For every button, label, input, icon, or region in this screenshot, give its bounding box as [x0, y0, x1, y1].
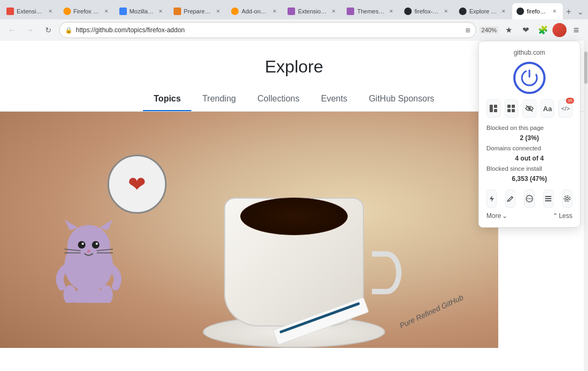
back-button[interactable]: ← — [4, 23, 19, 38]
grid-icon — [507, 104, 515, 113]
url-display: https://github.com/topics/firefox-addon — [76, 26, 462, 34]
tab-close-8[interactable]: ✕ — [442, 8, 450, 15]
popup-stats: Blocked on this page 2 (3%) Domains conn… — [486, 123, 572, 184]
less-button[interactable]: ⌃ Less — [553, 212, 572, 220]
nav-github-sponsors[interactable]: GitHub Sponsors — [358, 88, 445, 111]
code-tool-button[interactable]: </> 35 — [558, 99, 572, 118]
svg-point-4 — [78, 241, 85, 249]
tab-label-10: firefox-addo... — [527, 8, 548, 14]
bottom-strip — [0, 348, 498, 359]
tab-label-6: Extensions – Ad... — [298, 8, 327, 14]
cat-mascot-svg — [54, 217, 124, 303]
tab-mozilla-support[interactable]: Mozilla Support ✕ — [115, 3, 169, 19]
blocked-on-page-value-row: 2 (3%) — [486, 133, 572, 143]
tab-favicon-5 — [231, 8, 239, 15]
address-bar[interactable]: 🔒 https://github.com/topics/firefox-addo… — [59, 22, 476, 38]
tab-label-8: firefox-addon-... — [414, 8, 440, 14]
tab-overflow-button[interactable]: ⌄ — [575, 4, 586, 19]
browser-window: Extension Basi... ✕ Firefox add-on... ✕ … — [0, 0, 588, 371]
svg-marker-2 — [64, 220, 78, 230]
nav-topics[interactable]: Topics — [143, 88, 191, 111]
domains-label: Domains connected — [486, 145, 541, 151]
tab-favicon-1 — [6, 8, 14, 15]
font-tool-button[interactable]: Aa — [541, 99, 555, 118]
tab-label-4: Prepare your Fi... — [184, 8, 212, 14]
lightning-action-button[interactable] — [486, 190, 497, 208]
menu-button[interactable]: ≡ — [569, 23, 584, 38]
tab-close-5[interactable]: ✕ — [271, 8, 278, 15]
forward-button[interactable]: → — [23, 23, 38, 38]
svg-point-40 — [564, 196, 570, 202]
tab-favicon-3 — [119, 8, 127, 15]
tab-extension-basic[interactable]: Extension Basi... ✕ — [2, 3, 59, 19]
tab-favicon-6 — [288, 8, 295, 15]
tab-themes[interactable]: Themes – Add-... ✕ — [342, 3, 399, 19]
svg-rect-36 — [545, 196, 551, 197]
code-label: </> — [561, 105, 570, 112]
layout-icon — [489, 104, 498, 113]
tab-firefox-addon-repo[interactable]: firefox-addon-... ✕ — [400, 3, 454, 19]
lightning-icon — [488, 195, 496, 202]
popup-site-name: github.com — [486, 49, 572, 56]
tab-close-4[interactable]: ✕ — [214, 8, 222, 15]
tab-label-3: Mozilla Support — [130, 8, 154, 14]
blocked-on-page-row: Blocked on this page — [486, 123, 572, 133]
tab-prepare[interactable]: Prepare your Fi... ✕ — [169, 3, 227, 19]
security-icon: 🔒 — [65, 27, 73, 34]
reload-button[interactable]: ↻ — [41, 23, 56, 38]
tab-close-6[interactable]: ✕ — [330, 8, 338, 15]
extensions-button[interactable]: 🧩 — [535, 23, 550, 38]
bookmark-button[interactable]: ★ — [501, 23, 516, 38]
nav-collections[interactable]: Collections — [247, 88, 310, 111]
coffee-liquid — [240, 198, 348, 235]
tab-label-9: Explore GitHub... — [469, 8, 497, 14]
eye-tool-button[interactable] — [522, 99, 536, 118]
heart-coaster: ❤ — [107, 155, 167, 214]
tab-close-7[interactable]: ✕ — [388, 8, 395, 15]
svg-rect-38 — [545, 200, 551, 201]
power-svg — [519, 67, 540, 89]
chat-action-button[interactable] — [524, 190, 534, 208]
font-label: Aa — [543, 105, 552, 113]
popup-more-less-bar: More ⌄ ⌃ Less — [486, 212, 572, 220]
tab-close-1[interactable]: ✕ — [47, 8, 54, 15]
navigation-bar: ← → ↻ 🔒 https://github.com/topics/firefo… — [0, 19, 588, 41]
profile-button[interactable] — [553, 23, 567, 37]
tab-extensions-ad[interactable]: Extensions – Ad... ✕ — [283, 3, 342, 19]
svg-point-17 — [100, 285, 113, 303]
layout-tool-button[interactable] — [486, 99, 500, 118]
svg-rect-22 — [494, 109, 497, 112]
tab-favicon-8 — [404, 8, 412, 15]
svg-line-30 — [512, 197, 513, 198]
blocked-since-row: Blocked since install — [486, 164, 572, 173]
svg-rect-37 — [545, 198, 551, 199]
more-button[interactable]: More ⌄ — [486, 212, 507, 220]
new-tab-button[interactable]: + — [563, 4, 575, 19]
blocked-since-label: Blocked since install — [486, 165, 542, 172]
power-button-icon[interactable] — [513, 62, 546, 94]
popup-toolbar-top: Aa </> 35 — [486, 99, 572, 118]
blocked-on-page-value: 2 (3%) — [520, 134, 539, 142]
tab-firefox-addon[interactable]: Firefox add-on... ✕ — [59, 3, 114, 19]
settings-action-button[interactable] — [562, 190, 572, 208]
tab-close-2[interactable]: ✕ — [103, 8, 110, 15]
tab-close-3[interactable]: ✕ — [157, 8, 164, 15]
nav-trending[interactable]: Trending — [191, 88, 247, 111]
permissions-icon: ⊞ — [465, 27, 470, 34]
list-action-button[interactable] — [543, 190, 554, 208]
pocket-button[interactable]: ❤ — [518, 23, 533, 38]
nav-events[interactable]: Events — [310, 88, 358, 111]
tab-close-10[interactable]: ✕ — [551, 8, 558, 15]
tab-active[interactable]: firefox-addo... ✕ — [512, 3, 563, 19]
pen-action-button[interactable] — [505, 190, 515, 208]
tab-close-9[interactable]: ✕ — [500, 8, 507, 15]
zoom-level[interactable]: 240% — [479, 26, 499, 34]
grid-tool-button[interactable] — [505, 99, 519, 118]
scrollbar[interactable] — [584, 41, 588, 371]
domains-row: Domains connected — [486, 143, 572, 153]
scrollbar-thumb[interactable] — [584, 52, 587, 84]
popup-icon-area — [486, 62, 572, 94]
cup-handle — [372, 251, 401, 294]
tab-addons-for-firefox[interactable]: Add-ons for Fir... ✕ — [227, 3, 283, 19]
tab-explore-github[interactable]: Explore GitHub... ✕ — [455, 3, 512, 19]
